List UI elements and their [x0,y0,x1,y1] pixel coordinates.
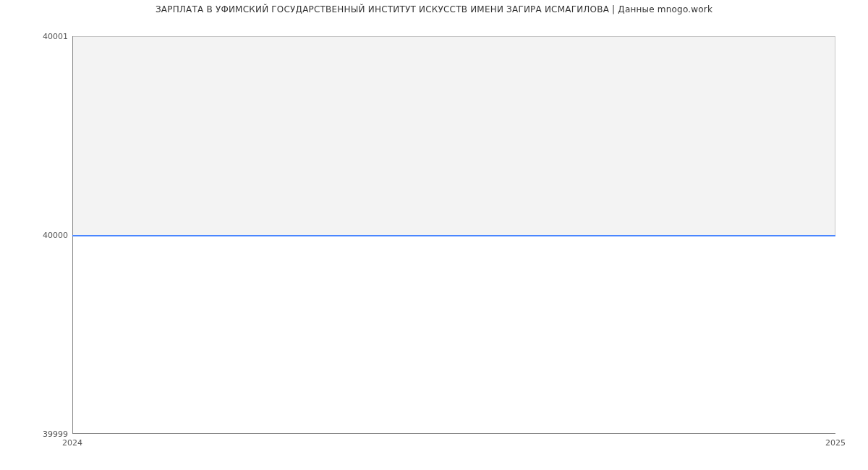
series-line [72,235,835,236]
chart-title: ЗАРПЛАТА В УФИМСКИЙ ГОСУДАРСТВЕННЫЙ ИНСТ… [0,4,868,14]
plot-area: 40001 40000 39999 2024 2025 [72,36,835,434]
y-tick-label: 40000 [43,231,72,240]
x-tick-label: 2025 [825,434,846,448]
plot-background-upper [72,36,835,235]
y-tick-label: 40001 [43,32,72,41]
x-axis [72,433,835,434]
x-tick-label: 2024 [62,434,82,448]
